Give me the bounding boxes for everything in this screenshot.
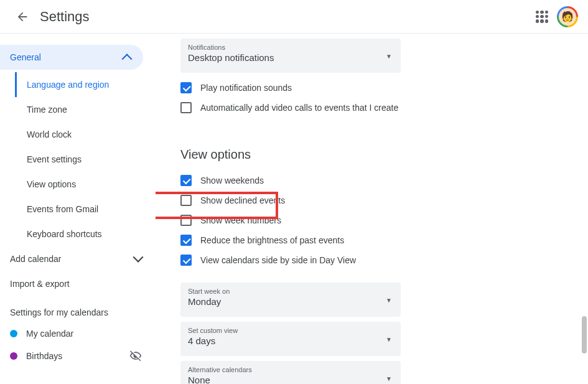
dropdown-value: Desktop notifications (188, 52, 393, 63)
dropdown-arrow-icon: ▼ (386, 375, 392, 382)
chevron-down-icon (133, 252, 144, 263)
sidebar-my-calendars-heading: Settings for my calendars (0, 296, 156, 322)
sidebar-item-events-gmail[interactable]: Events from Gmail (15, 197, 156, 222)
checkbox-label: Show weekends (200, 176, 264, 185)
main-content: Notifications Desktop notifications ▼ Pl… (156, 34, 588, 384)
checkbox-input[interactable] (180, 195, 192, 206)
dropdown-value: None (188, 375, 393, 384)
calendar-color-dot (10, 330, 17, 337)
checkbox-input[interactable] (180, 255, 192, 266)
view-options-heading: View options (180, 148, 573, 162)
checkbox-input[interactable] (180, 215, 192, 226)
sidebar-calendar-birthdays[interactable]: Birthdays (0, 345, 156, 367)
checkbox-show-week-numbers[interactable]: Show week numbers (180, 210, 573, 230)
custom-view-dropdown[interactable]: Set custom view 4 days ▼ (180, 322, 401, 356)
sidebar-item-language-region[interactable]: Language and region (15, 72, 156, 97)
scrollbar-thumb[interactable] (582, 316, 587, 354)
chevron-up-icon (122, 54, 133, 64)
checkbox-reduce-brightness[interactable]: Reduce the brightness of past events (180, 230, 573, 250)
dropdown-arrow-icon: ▼ (386, 52, 392, 59)
dropdown-label: Set custom view (188, 327, 393, 334)
checkbox-input[interactable] (180, 175, 192, 186)
calendar-name: My calendar (26, 329, 73, 339)
page-title: Settings (40, 9, 536, 25)
sidebar-item-view-options[interactable]: View options (15, 172, 156, 197)
sidebar-calendar-my-calendar[interactable]: My calendar (0, 322, 156, 345)
sidebar-import-export[interactable]: Import & export (0, 271, 156, 296)
sidebar-add-calendar[interactable]: Add calendar (0, 246, 156, 271)
arrow-back-icon (16, 10, 29, 24)
dropdown-label: Alternative calendars (188, 366, 393, 373)
dropdown-label: Start week on (188, 288, 393, 295)
avatar-image: 🧑 (559, 8, 576, 26)
checkbox-show-declined[interactable]: Show declined events (180, 190, 573, 210)
dropdown-arrow-icon: ▼ (386, 335, 392, 342)
checkbox-input[interactable] (180, 235, 192, 246)
header-bar: Settings 🧑 (0, 0, 588, 34)
dropdown-value: Monday (188, 296, 393, 307)
sidebar-import-export-label: Import & export (10, 279, 70, 289)
checkbox-input[interactable] (180, 82, 192, 93)
sidebar-general-label: General (10, 52, 41, 62)
sidebar-section-general[interactable]: General (0, 45, 143, 70)
checkbox-label: Play notification sounds (200, 83, 292, 93)
dropdown-arrow-icon: ▼ (386, 296, 392, 303)
sidebar: General Language and region Time zone Wo… (0, 34, 156, 384)
sidebar-item-keyboard-shortcuts[interactable]: Keyboard shortcuts (15, 222, 156, 246)
checkbox-show-weekends[interactable]: Show weekends (180, 171, 573, 190)
checkbox-auto-video-calls[interactable]: Automatically add video calls to events … (180, 98, 573, 118)
avatar[interactable]: 🧑 (557, 6, 578, 27)
checkbox-label: Show week numbers (200, 215, 281, 225)
sidebar-item-time-zone[interactable]: Time zone (15, 97, 156, 122)
sidebar-item-world-clock[interactable]: World clock (15, 122, 156, 147)
start-week-dropdown[interactable]: Start week on Monday ▼ (180, 283, 401, 317)
checkbox-input[interactable] (180, 102, 192, 113)
checkbox-label: View calendars side by side in Day View (200, 255, 356, 265)
apps-menu-icon[interactable] (536, 11, 548, 23)
visibility-off-icon (129, 350, 142, 362)
sidebar-add-calendar-label: Add calendar (10, 254, 62, 264)
checkbox-label: Reduce the brightness of past events (200, 235, 344, 245)
calendar-color-dot (10, 352, 17, 360)
sidebar-item-event-settings[interactable]: Event settings (15, 147, 156, 172)
checkbox-label: Show declined events (200, 195, 285, 205)
dropdown-label: Notifications (188, 44, 393, 51)
notifications-dropdown[interactable]: Notifications Desktop notifications ▼ (180, 39, 401, 73)
alternative-calendars-dropdown[interactable]: Alternative calendars None ▼ (180, 361, 401, 384)
checkbox-label: Automatically add video calls to events … (200, 103, 398, 113)
checkbox-play-sounds[interactable]: Play notification sounds (180, 78, 573, 98)
back-button[interactable] (10, 4, 35, 29)
checkbox-side-by-side[interactable]: View calendars side by side in Day View (180, 250, 573, 270)
calendar-name: Birthdays (26, 351, 62, 361)
dropdown-value: 4 days (188, 335, 393, 346)
